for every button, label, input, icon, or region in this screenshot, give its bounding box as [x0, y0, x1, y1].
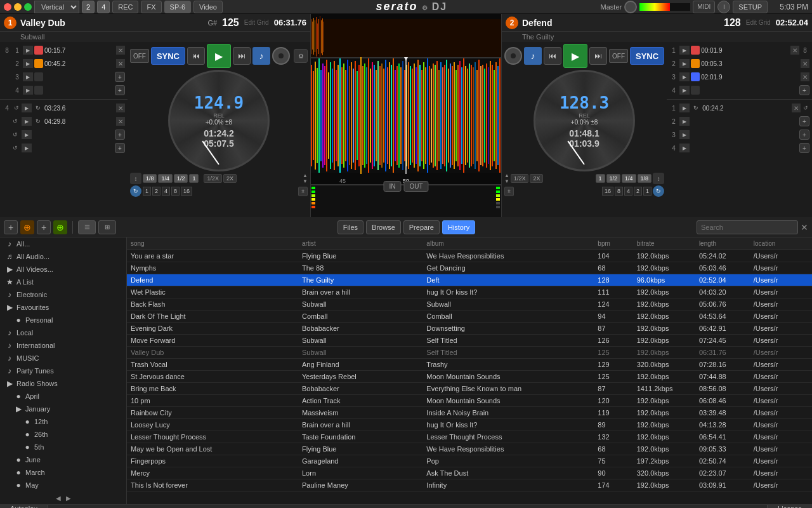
sidebar-item-international[interactable]: ♪ International [0, 339, 126, 352]
browse-tab[interactable]: Browse [366, 220, 401, 234]
deck2-q-2x[interactable]: 2X [530, 174, 543, 183]
table-row[interactable]: Move ForwardSubwallSelf Titled126192.0kb… [127, 335, 812, 347]
deck1-loop1-play[interactable]: ▶ [22, 104, 32, 112]
sidebar-item-all[interactable]: ♪ All... [0, 237, 126, 250]
license-button[interactable]: License [767, 505, 812, 508]
deck2-n1[interactable]: 1 [643, 187, 652, 196]
deck2-loop2-add[interactable]: + [799, 116, 809, 126]
deck2-n16[interactable]: 16 [602, 187, 613, 196]
grid-view-button[interactable]: ⊞ [98, 220, 116, 234]
table-row[interactable]: This Is Not foreverPauline ManeyInfinity… [127, 479, 812, 491]
sidebar-item-music[interactable]: ♪ MUSIC [0, 352, 126, 364]
sidebar-scroll-left[interactable]: ◀ [56, 495, 61, 502]
deck2-loop1-icon[interactable]: ↻ [691, 105, 701, 111]
deck2-n2[interactable]: 2 [634, 187, 642, 196]
history-tab[interactable]: History [442, 220, 475, 234]
col-length[interactable]: length [695, 237, 750, 250]
deck1-loop1-delete[interactable]: ✕ [116, 104, 125, 112]
deck2-edit-grid[interactable]: Edit Grid [746, 19, 771, 26]
deck1-vinyl-button[interactable] [272, 47, 290, 65]
deck2-loop-icon[interactable]: ↻ [653, 185, 664, 197]
close-button[interactable] [4, 3, 11, 11]
deck2-n8[interactable]: 8 [615, 187, 623, 196]
deck1-q-1-8[interactable]: 1/8 [143, 174, 157, 183]
deck2-play-button[interactable]: ▶ [563, 44, 587, 68]
search-clear-button[interactable]: ✕ [801, 222, 808, 232]
col-artist[interactable]: artist [298, 237, 422, 250]
deck1-loop3-play[interactable]: ▶ [22, 130, 32, 139]
deck1-loop2-play[interactable]: ▶ [22, 117, 32, 126]
deck2-cue4-add[interactable]: + [799, 85, 809, 95]
deck2-prev-button[interactable]: ⏮ [544, 47, 561, 65]
deck2-cue1-play[interactable]: ▶ [679, 46, 690, 55]
sidebar-item-favourites[interactable]: ▶ Favourites [0, 301, 126, 314]
sidebar-item-april[interactable]: ● April [0, 390, 126, 403]
table-row[interactable]: You are a starFlying BlueWe Have Respons… [127, 250, 812, 262]
deck1-cue1-play[interactable]: ▶ [23, 46, 33, 55]
minimize-button[interactable] [14, 3, 22, 11]
deck2-n4[interactable]: 4 [624, 187, 632, 196]
deck2-scroll-up[interactable]: ▲ [504, 173, 509, 178]
add-smart-crate-button[interactable]: ⊕ [53, 220, 67, 234]
deck2-loop4-add[interactable]: + [799, 143, 809, 153]
info-button[interactable]: i [717, 1, 730, 13]
table-row[interactable]: Trash VocalAng FinlandTrashy129320.0kbps… [127, 359, 812, 371]
deck1-loop3-add[interactable]: + [115, 130, 125, 140]
table-row[interactable]: Rainbow CityMassiveismInside A Noisy Bra… [127, 407, 812, 419]
sidebar-item-party-tunes[interactable]: ♪ Party Tunes [0, 364, 126, 377]
sidebar-item-january[interactable]: ▶ January [0, 403, 126, 415]
deck1-q-1-2[interactable]: 1/2 [174, 174, 188, 183]
deck1-off-button[interactable]: OFF [130, 49, 149, 63]
deck2-quant-icon[interactable]: ↕ [653, 173, 664, 184]
deck1-cue3-play[interactable]: ▶ [23, 72, 33, 81]
maximize-button[interactable] [24, 3, 32, 11]
col-song[interactable]: song [127, 237, 298, 250]
files-tab[interactable]: Files [337, 220, 363, 234]
deck2-cue2-delete[interactable]: ✕ [801, 59, 809, 68]
sidebar-item-march[interactable]: ● March [0, 466, 126, 479]
deck2-next-button[interactable]: ⏭ [589, 47, 607, 65]
autoplay-button[interactable]: Autoplay [0, 505, 48, 508]
sidebar-item-5th[interactable]: ● 5th [0, 441, 126, 453]
sidebar-item-all-videos[interactable]: ▶ All Videos... [0, 263, 126, 276]
deck1-loop4-play[interactable]: ▶ [22, 144, 32, 152]
deck1-loop1-icon[interactable]: ↻ [33, 105, 43, 111]
deck1-n2[interactable]: 2 [152, 187, 160, 196]
num-4-button[interactable]: 4 [97, 1, 110, 13]
sidebar-item-personal[interactable]: ● Personal [0, 314, 126, 326]
table-row[interactable]: Lesser Thought ProcessTaste FoundationLe… [127, 431, 812, 443]
deck1-n16[interactable]: 16 [181, 187, 192, 196]
deck2-loop4-play[interactable]: ▶ [679, 144, 690, 152]
sidebar-item-radio-shows[interactable]: ▶ Radio Shows [0, 377, 126, 390]
table-row[interactable]: 10 pmAction TrackMoon Mountain Sounds120… [127, 395, 812, 407]
deck1-q-1[interactable]: 1 [189, 174, 199, 183]
sidebar-item-electronic[interactable]: ♪ Electronic [0, 288, 126, 301]
deck1-edit-grid[interactable]: Edit Grid [244, 19, 269, 26]
deck1-scroll-up[interactable]: ▲ [303, 173, 308, 178]
add-crate-button[interactable]: + [37, 220, 51, 234]
table-row[interactable]: Back FlashSubwallSubwall124192.0kbps05:0… [127, 298, 812, 311]
deck1-cue4-add[interactable]: + [115, 85, 125, 95]
track-table-scroll[interactable]: song artist album bpm bitrate length loc… [127, 237, 812, 504]
table-row[interactable]: St Jervous danceYesterdays RebelMoon Mou… [127, 371, 812, 383]
deck1-quant-icon[interactable]: ↕ [130, 173, 141, 184]
deck2-loop1-delete[interactable]: ✕ [792, 104, 801, 112]
deck2-q-1-8[interactable]: 1/8 [638, 174, 652, 183]
deck1-cue2-play[interactable]: ▶ [23, 59, 33, 68]
deck1-cue3-add[interactable]: + [115, 72, 125, 82]
add-folder-button[interactable]: ⊕ [20, 220, 34, 234]
deck2-vinyl-button[interactable] [504, 47, 522, 65]
list-view-button[interactable]: ☰ [78, 220, 96, 234]
add-track-button[interactable]: + [4, 220, 18, 234]
prepare-tab[interactable]: Prepare [403, 220, 440, 234]
col-bitrate[interactable]: bitrate [633, 237, 695, 250]
deck2-scroll-down[interactable]: ▼ [504, 178, 509, 184]
video-button[interactable]: Video [193, 1, 223, 13]
out-button[interactable]: OUT [403, 181, 428, 192]
deck1-settings-button[interactable]: ⚙ [294, 49, 308, 63]
deck1-next-button[interactable]: ⏭ [233, 47, 251, 65]
deck1-loop2-icon[interactable]: ↻ [33, 118, 43, 124]
deck1-scroll-down[interactable]: ▼ [303, 178, 308, 184]
sidebar-item-12th[interactable]: ● 12th [0, 415, 126, 428]
deck2-sync-button[interactable]: SYNC [630, 47, 664, 65]
